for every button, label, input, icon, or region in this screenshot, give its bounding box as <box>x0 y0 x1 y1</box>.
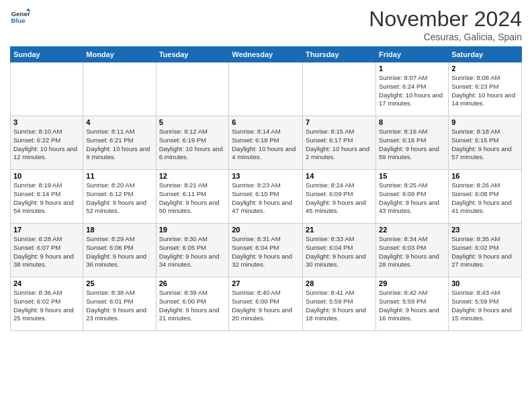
header-monday: Monday <box>83 47 156 62</box>
day-number: 20 <box>232 226 300 234</box>
header-thursday: Thursday <box>303 47 376 62</box>
table-row: 13Sunrise: 8:23 AM Sunset: 6:10 PM Dayli… <box>229 170 303 224</box>
table-row: 30Sunrise: 8:43 AM Sunset: 5:59 PM Dayli… <box>449 277 522 331</box>
month-title: November 2024 <box>369 7 522 32</box>
day-number: 12 <box>159 172 226 180</box>
calendar-week-row: 10Sunrise: 8:19 AM Sunset: 6:14 PM Dayli… <box>11 170 522 224</box>
day-info: Sunrise: 8:25 AM Sunset: 6:09 PM Dayligh… <box>379 181 445 216</box>
day-info: Sunrise: 8:30 AM Sunset: 6:05 PM Dayligh… <box>159 235 226 269</box>
day-info: Sunrise: 8:24 AM Sunset: 6:09 PM Dayligh… <box>306 181 373 216</box>
day-info: Sunrise: 8:11 AM Sunset: 6:21 PM Dayligh… <box>86 128 152 162</box>
day-info: Sunrise: 8:08 AM Sunset: 6:23 PM Dayligh… <box>451 74 519 108</box>
table-row: 14Sunrise: 8:24 AM Sunset: 6:09 PM Dayli… <box>303 170 376 224</box>
calendar-header-row: Sunday Monday Tuesday Wednesday Thursday… <box>11 47 522 62</box>
table-row <box>229 62 303 116</box>
table-row: 20Sunrise: 8:31 AM Sunset: 6:04 PM Dayli… <box>229 224 303 277</box>
day-info: Sunrise: 8:20 AM Sunset: 6:12 PM Dayligh… <box>86 181 152 216</box>
day-info: Sunrise: 8:18 AM Sunset: 6:15 PM Dayligh… <box>451 128 519 162</box>
day-number: 25 <box>86 279 152 287</box>
day-number: 11 <box>86 172 152 180</box>
day-info: Sunrise: 8:39 AM Sunset: 6:00 PM Dayligh… <box>159 289 226 323</box>
page-header: General Blue November 2024 Cesuras, Gali… <box>10 7 522 42</box>
table-row: 21Sunrise: 8:33 AM Sunset: 6:04 PM Dayli… <box>303 224 376 277</box>
location: Cesuras, Galicia, Spain <box>369 32 522 42</box>
day-number: 18 <box>86 226 152 234</box>
day-number: 16 <box>451 172 519 180</box>
table-row: 7Sunrise: 8:15 AM Sunset: 6:17 PM Daylig… <box>303 116 376 170</box>
day-info: Sunrise: 8:16 AM Sunset: 6:16 PM Dayligh… <box>379 128 445 162</box>
title-block: November 2024 Cesuras, Galicia, Spain <box>369 7 522 42</box>
day-number: 30 <box>451 279 519 287</box>
day-number: 14 <box>306 172 373 180</box>
table-row: 11Sunrise: 8:20 AM Sunset: 6:12 PM Dayli… <box>83 170 156 224</box>
calendar-week-row: 24Sunrise: 8:36 AM Sunset: 6:02 PM Dayli… <box>11 277 522 331</box>
day-number: 22 <box>379 226 445 234</box>
header-friday: Friday <box>376 47 449 62</box>
table-row: 15Sunrise: 8:25 AM Sunset: 6:09 PM Dayli… <box>376 170 449 224</box>
table-row: 8Sunrise: 8:16 AM Sunset: 6:16 PM Daylig… <box>376 116 449 170</box>
table-row: 12Sunrise: 8:21 AM Sunset: 6:11 PM Dayli… <box>156 170 229 224</box>
day-info: Sunrise: 8:38 AM Sunset: 6:01 PM Dayligh… <box>86 289 152 323</box>
calendar-week-row: 1Sunrise: 8:07 AM Sunset: 6:24 PM Daylig… <box>11 62 522 116</box>
table-row: 3Sunrise: 8:10 AM Sunset: 6:22 PM Daylig… <box>11 116 83 170</box>
table-row: 28Sunrise: 8:41 AM Sunset: 5:59 PM Dayli… <box>303 277 376 331</box>
day-number: 8 <box>379 118 445 126</box>
day-number: 2 <box>451 64 519 73</box>
table-row <box>83 62 156 116</box>
table-row: 6Sunrise: 8:14 AM Sunset: 6:18 PM Daylig… <box>229 116 303 170</box>
table-row: 22Sunrise: 8:34 AM Sunset: 6:03 PM Dayli… <box>376 224 449 277</box>
table-row: 23Sunrise: 8:35 AM Sunset: 6:02 PM Dayli… <box>449 224 522 277</box>
table-row <box>303 62 376 116</box>
day-info: Sunrise: 8:14 AM Sunset: 6:18 PM Dayligh… <box>232 128 300 162</box>
calendar-table: Sunday Monday Tuesday Wednesday Thursday… <box>10 46 522 331</box>
day-info: Sunrise: 8:21 AM Sunset: 6:11 PM Dayligh… <box>159 181 226 216</box>
day-number: 13 <box>232 172 300 180</box>
table-row: 24Sunrise: 8:36 AM Sunset: 6:02 PM Dayli… <box>11 277 83 331</box>
header-tuesday: Tuesday <box>156 47 229 62</box>
header-sunday: Sunday <box>11 47 83 62</box>
table-row: 19Sunrise: 8:30 AM Sunset: 6:05 PM Dayli… <box>156 224 229 277</box>
table-row: 17Sunrise: 8:28 AM Sunset: 6:07 PM Dayli… <box>11 224 83 277</box>
day-number: 26 <box>159 279 226 287</box>
day-number: 7 <box>306 118 373 126</box>
day-info: Sunrise: 8:36 AM Sunset: 6:02 PM Dayligh… <box>13 289 80 323</box>
day-number: 23 <box>451 226 519 234</box>
table-row: 18Sunrise: 8:29 AM Sunset: 6:06 PM Dayli… <box>83 224 156 277</box>
table-row: 29Sunrise: 8:42 AM Sunset: 5:59 PM Dayli… <box>376 277 449 331</box>
day-info: Sunrise: 8:42 AM Sunset: 5:59 PM Dayligh… <box>379 289 445 323</box>
day-number: 5 <box>159 118 226 126</box>
day-number: 29 <box>379 279 445 287</box>
day-info: Sunrise: 8:10 AM Sunset: 6:22 PM Dayligh… <box>13 128 80 162</box>
table-row: 2Sunrise: 8:08 AM Sunset: 6:23 PM Daylig… <box>449 62 522 116</box>
day-info: Sunrise: 8:07 AM Sunset: 6:24 PM Dayligh… <box>379 74 445 108</box>
day-number: 15 <box>379 172 445 180</box>
day-number: 17 <box>13 226 80 234</box>
day-info: Sunrise: 8:26 AM Sunset: 6:08 PM Dayligh… <box>451 181 519 216</box>
table-row: 4Sunrise: 8:11 AM Sunset: 6:21 PM Daylig… <box>83 116 156 170</box>
day-number: 10 <box>13 172 80 180</box>
day-info: Sunrise: 8:12 AM Sunset: 6:19 PM Dayligh… <box>159 128 226 162</box>
calendar-week-row: 3Sunrise: 8:10 AM Sunset: 6:22 PM Daylig… <box>11 116 522 170</box>
calendar-week-row: 17Sunrise: 8:28 AM Sunset: 6:07 PM Dayli… <box>11 224 522 277</box>
day-number: 21 <box>306 226 373 234</box>
day-info: Sunrise: 8:19 AM Sunset: 6:14 PM Dayligh… <box>13 181 80 216</box>
table-row: 26Sunrise: 8:39 AM Sunset: 6:00 PM Dayli… <box>156 277 229 331</box>
day-number: 6 <box>232 118 300 126</box>
day-number: 1 <box>379 64 445 73</box>
header-wednesday: Wednesday <box>229 47 303 62</box>
day-number: 4 <box>86 118 152 126</box>
day-number: 9 <box>451 118 519 126</box>
day-info: Sunrise: 8:23 AM Sunset: 6:10 PM Dayligh… <box>232 181 300 216</box>
day-info: Sunrise: 8:35 AM Sunset: 6:02 PM Dayligh… <box>451 235 519 269</box>
day-info: Sunrise: 8:34 AM Sunset: 6:03 PM Dayligh… <box>379 235 445 269</box>
table-row: 5Sunrise: 8:12 AM Sunset: 6:19 PM Daylig… <box>156 116 229 170</box>
logo: General Blue <box>10 7 30 27</box>
table-row: 27Sunrise: 8:40 AM Sunset: 6:00 PM Dayli… <box>229 277 303 331</box>
table-row: 16Sunrise: 8:26 AM Sunset: 6:08 PM Dayli… <box>449 170 522 224</box>
day-info: Sunrise: 8:41 AM Sunset: 5:59 PM Dayligh… <box>306 289 373 323</box>
day-info: Sunrise: 8:33 AM Sunset: 6:04 PM Dayligh… <box>306 235 373 269</box>
day-number: 28 <box>306 279 373 287</box>
day-number: 3 <box>13 118 80 126</box>
day-number: 24 <box>13 279 80 287</box>
table-row: 10Sunrise: 8:19 AM Sunset: 6:14 PM Dayli… <box>11 170 83 224</box>
